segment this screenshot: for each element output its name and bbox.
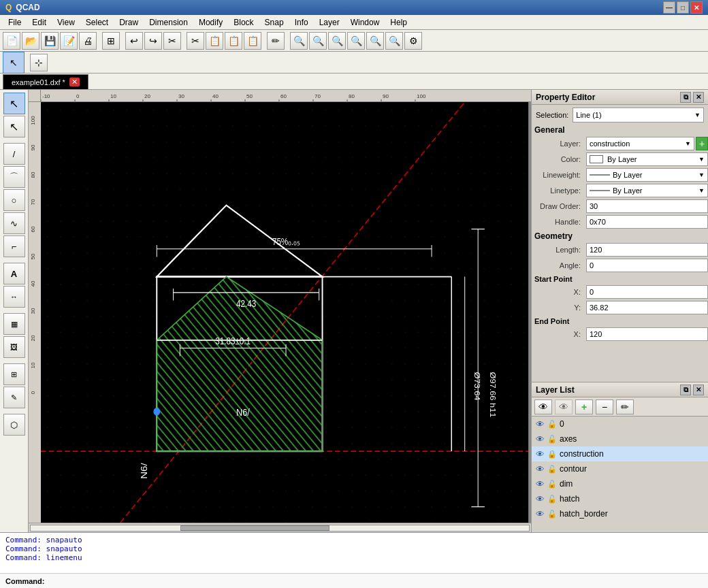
- menu-item-modify[interactable]: Modify: [193, 16, 228, 29]
- minimize-button[interactable]: —: [663, 1, 675, 14]
- lineweight-dropdown[interactable]: By Layer ▼: [586, 168, 708, 182]
- menu-item-layer[interactable]: Layer: [314, 16, 345, 29]
- panel-float-button[interactable]: ⧉: [680, 92, 691, 103]
- menu-item-edit[interactable]: Edit: [27, 16, 52, 29]
- copy-button[interactable]: 📋: [206, 32, 223, 50]
- layer-eye-icon[interactable]: 👁: [536, 494, 545, 504]
- save-button[interactable]: 💾: [41, 32, 59, 50]
- menu-item-window[interactable]: Window: [345, 16, 385, 29]
- spline-tool[interactable]: ∿: [3, 212, 25, 234]
- layer-item-contour[interactable]: 👁 🔓 contour: [532, 461, 708, 476]
- maximize-button[interactable]: □: [677, 1, 689, 14]
- zoom-in-button[interactable]: 🔍: [290, 32, 308, 50]
- delete-button[interactable]: ✂: [163, 32, 181, 50]
- snap-grid-button[interactable]: ⊞: [3, 363, 25, 385]
- hatch-tool[interactable]: ▦: [3, 313, 25, 335]
- menu-item-view[interactable]: View: [52, 16, 80, 29]
- layer-eye-icon[interactable]: 👁: [536, 509, 545, 519]
- svg-text:Ø97.66 h11: Ø97.66 h11: [488, 372, 497, 417]
- layer-item[interactable]: 👁 🔓 0: [532, 416, 708, 431]
- property-editor-header: Property Editor ⧉ ✕: [532, 90, 708, 105]
- add-layer-button[interactable]: +: [696, 137, 708, 150]
- panel-close-button[interactable]: ✕: [693, 92, 704, 103]
- line-tool[interactable]: /: [3, 143, 25, 165]
- new-button[interactable]: 📄: [3, 32, 20, 50]
- text-tool[interactable]: A: [3, 263, 25, 284]
- edit-layer-button[interactable]: ✏: [616, 399, 634, 414]
- polyline-tool[interactable]: ⌐: [3, 235, 25, 257]
- draworder-row: Draw Order: 30: [532, 199, 708, 213]
- layer-eye-icon[interactable]: 👁: [536, 479, 545, 489]
- save-as-button[interactable]: 📝: [60, 32, 78, 50]
- handle-label: Handle:: [532, 218, 586, 226]
- open-button[interactable]: 📂: [22, 32, 39, 50]
- drawing-canvas[interactable]: 75%₀.₀₅ 42.43 31.83±0.1 N6/ N6/: [41, 102, 531, 523]
- print-button[interactable]: 🖨: [79, 32, 97, 50]
- paste-button[interactable]: 📋: [225, 32, 242, 50]
- cut-button[interactable]: ✂: [187, 32, 204, 50]
- undo-button[interactable]: ↩: [125, 32, 143, 50]
- layer-item-dim[interactable]: 👁 🔓 dim: [532, 476, 708, 491]
- linetype-dropdown[interactable]: By Layer ▼: [586, 184, 708, 197]
- layer-eye-icon[interactable]: 👁: [536, 419, 545, 429]
- zoom-previous-button[interactable]: 🔍: [347, 32, 365, 50]
- dimension-tool[interactable]: ↔: [3, 286, 25, 308]
- zoom-full-button[interactable]: 🔍: [366, 32, 384, 50]
- properties-button[interactable]: ⚙: [404, 32, 422, 50]
- layer-item[interactable]: 👁 🔓 axes: [532, 431, 708, 446]
- remove-layer-button[interactable]: −: [596, 399, 613, 414]
- ellipse-tool[interactable]: ○: [3, 189, 25, 211]
- select-cross-button[interactable]: ↖: [3, 116, 25, 137]
- layer-eye-icon[interactable]: 👁: [536, 434, 545, 444]
- layer-item-hatch-border[interactable]: 👁 🔓 hatch_border: [532, 506, 708, 521]
- layer-float-button[interactable]: ⧉: [680, 385, 691, 395]
- menu-item-dimension[interactable]: Dimension: [144, 16, 193, 29]
- menu-item-block[interactable]: Block: [228, 16, 259, 29]
- image-tool[interactable]: 🖼: [3, 336, 25, 358]
- color-swatch: [590, 155, 603, 163]
- layer-eye-icon[interactable]: 👁: [536, 449, 545, 459]
- select-mode-button[interactable]: ↖: [3, 93, 25, 114]
- drawing-tab[interactable]: example01.dxf * ✕: [3, 74, 88, 89]
- layer-item-hatch[interactable]: 👁 🔓 hatch: [532, 491, 708, 506]
- modify-tool[interactable]: ✎: [3, 387, 25, 408]
- menu-item-select[interactable]: Select: [80, 16, 114, 29]
- layer-eye-icon[interactable]: 👁: [536, 464, 545, 474]
- menu-item-snap[interactable]: Snap: [259, 16, 289, 29]
- selection-dropdown[interactable]: Line (1) ▼: [573, 108, 704, 122]
- pan-button[interactable]: 🔍: [385, 32, 403, 50]
- arc-tool[interactable]: ⌒: [3, 166, 25, 188]
- horizontal-scrollbar[interactable]: [30, 525, 530, 532]
- hide-all-layers-button[interactable]: 👁: [555, 399, 573, 414]
- menu-item-info[interactable]: Info: [289, 16, 314, 29]
- redo-button[interactable]: ↪: [144, 32, 162, 50]
- tab-close-button[interactable]: ✕: [69, 78, 80, 86]
- angle-value[interactable]: 0: [586, 259, 708, 272]
- zoom-fit-button[interactable]: ⊞: [102, 32, 120, 50]
- layer-close-button[interactable]: ✕: [693, 385, 704, 395]
- snap-tool[interactable]: ⊹: [30, 54, 48, 71]
- layer-item-construction[interactable]: 👁 🔒 construction: [532, 446, 708, 461]
- show-all-layers-button[interactable]: 👁: [534, 399, 552, 414]
- zoom-out-button[interactable]: 🔍: [309, 32, 327, 50]
- menu-item-draw[interactable]: Draw: [114, 16, 144, 29]
- end-x-value[interactable]: 120: [586, 327, 708, 341]
- layer-dropdown[interactable]: construction ▼: [586, 137, 694, 150]
- close-button[interactable]: ✕: [690, 1, 703, 14]
- add-layer-list-button[interactable]: +: [575, 399, 593, 414]
- start-x-value[interactable]: 0: [586, 285, 708, 299]
- svg-text:80: 80: [30, 172, 36, 178]
- layer-name: construction: [560, 449, 604, 459]
- start-y-value[interactable]: 36.82: [586, 301, 708, 314]
- command-input[interactable]: [48, 576, 703, 585]
- 3d-view-button[interactable]: ⬡: [3, 414, 25, 436]
- zoom-window-button[interactable]: 🔍: [328, 32, 346, 50]
- menu-item-help[interactable]: Help: [385, 16, 413, 29]
- menu-item-file[interactable]: File: [3, 16, 27, 29]
- select-tool[interactable]: ↖: [3, 52, 25, 74]
- length-value[interactable]: 120: [586, 243, 708, 257]
- color-dropdown[interactable]: By Layer ▼: [586, 152, 708, 166]
- paste2-button[interactable]: 📋: [244, 32, 261, 50]
- pencil-button[interactable]: ✏: [267, 32, 285, 50]
- draworder-value[interactable]: 30: [586, 199, 708, 213]
